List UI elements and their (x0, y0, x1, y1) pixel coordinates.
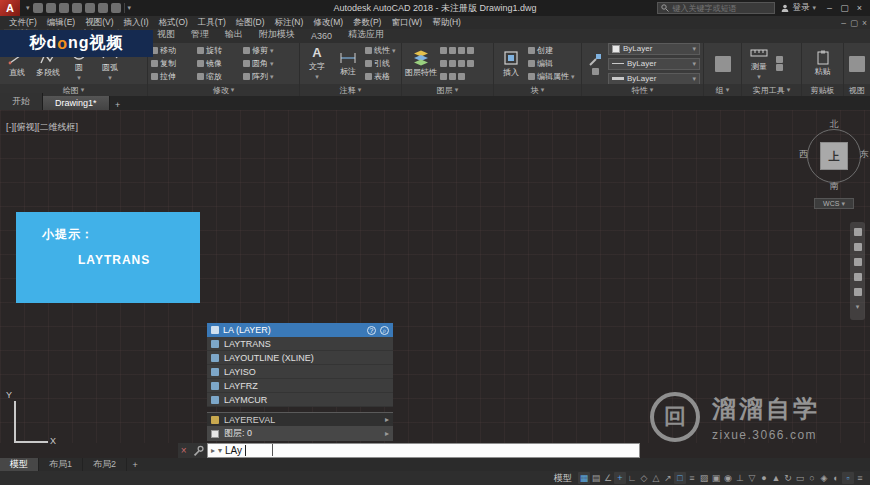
create-block-button[interactable]: 创建 (528, 45, 575, 57)
stretch-tool-button[interactable]: 拉伸 (151, 71, 197, 83)
menu-modify[interactable]: 修改(M) (308, 17, 348, 29)
search-in-help-icon[interactable]: ⌕ (380, 326, 389, 335)
ortho-mode-icon[interactable]: ∟ (626, 472, 638, 484)
menu-parametric[interactable]: 参数(P) (348, 17, 386, 29)
isometric-draft-icon[interactable]: △ (650, 472, 662, 484)
redo-icon[interactable] (111, 3, 121, 13)
view-tool-icon[interactable] (849, 56, 865, 72)
menu-dimension[interactable]: 标注(N) (270, 17, 309, 29)
chevron-down-icon[interactable]: ▾ (26, 4, 30, 12)
layer-tool-icon[interactable] (440, 73, 447, 80)
panel-label-utilities[interactable]: 实用工具 ▾ (742, 84, 801, 96)
layer-tool-icon[interactable] (458, 47, 465, 54)
signin-button[interactable]: 登录 ▾ (781, 2, 816, 14)
panel-label-groups[interactable]: 组 ▾ (704, 84, 741, 96)
annotation-visibility-icon[interactable]: ▲ (770, 472, 782, 484)
help-icon[interactable]: ? (367, 326, 376, 335)
viewcube-west-label[interactable]: 西 (799, 148, 808, 161)
gizmo-icon[interactable]: ● (758, 472, 770, 484)
tab-layout1[interactable]: 布局1 (39, 458, 83, 471)
layer-tool-icon[interactable] (449, 73, 456, 80)
tab-start[interactable]: 开始 (0, 93, 43, 110)
array-tool-button[interactable]: 阵列▾ (243, 71, 289, 83)
panel-label-view[interactable]: 视图 (844, 84, 870, 96)
transparency-icon[interactable]: ▨ (698, 472, 710, 484)
snap-mode-icon[interactable]: ▤ (590, 472, 602, 484)
undo-icon[interactable] (98, 3, 108, 13)
layer-tool-icon[interactable] (458, 60, 465, 67)
autocomplete-item[interactable]: LAYISO (207, 365, 393, 379)
autocomplete-item[interactable]: LAYFRZ (207, 379, 393, 393)
autocomplete-item[interactable]: LAYOUTLINE (XLINE) (207, 351, 393, 365)
panel-label-clipboard[interactable]: 剪贴板 (802, 84, 843, 96)
grid-display-icon[interactable]: ▦ (578, 472, 590, 484)
viewcube-top-face[interactable]: 上 (820, 142, 848, 170)
tab-layout2[interactable]: 布局2 (83, 458, 127, 471)
selection-cycling-icon[interactable]: ▣ (710, 472, 722, 484)
layer-properties-button[interactable]: 图层特性 (405, 50, 437, 78)
scale-tool-button[interactable]: 缩放 (197, 71, 243, 83)
viewcube-east-label[interactable]: 东 (860, 148, 869, 161)
menu-format[interactable]: 格式(O) (154, 17, 193, 29)
mirror-tool-button[interactable]: 镜像 (197, 58, 243, 70)
quick-select-icon[interactable] (776, 56, 783, 63)
search-input[interactable] (672, 4, 771, 13)
wcs-dropdown[interactable]: WCS ▾ (814, 198, 854, 209)
doc-restore-button[interactable]: ▢ (850, 18, 858, 28)
polar-tracking-icon[interactable]: ◇ (638, 472, 650, 484)
tab-a360[interactable]: A360 (303, 29, 340, 43)
autocomplete-selected-row[interactable]: LA (LAYER) ? ⌕ (207, 323, 393, 337)
paste-button[interactable]: 粘贴 (809, 50, 837, 77)
leader-button[interactable]: 引线 (365, 58, 396, 70)
panel-label-modify[interactable]: 修改 ▾ (148, 84, 299, 96)
menu-insert[interactable]: 插入(I) (119, 17, 154, 29)
customize-icon[interactable]: ≡ (854, 472, 866, 484)
chevron-down-icon[interactable]: ▾ (128, 4, 132, 12)
text-tool-button[interactable]: A 文字 ▾ (303, 46, 331, 81)
object-color-dropdown[interactable]: ByLayer ▾ (608, 43, 700, 55)
trim-tool-button[interactable]: 修剪▾ (243, 45, 289, 57)
minimize-button[interactable]: – (822, 2, 837, 15)
layer-tool-icon[interactable] (449, 60, 456, 67)
expand-icon[interactable]: ▸ (385, 429, 389, 438)
plot-icon[interactable] (85, 3, 95, 13)
autoscale-icon[interactable]: ↻ (782, 472, 794, 484)
edit-block-button[interactable]: 编辑 (528, 58, 575, 70)
properties-tool-icon[interactable] (592, 68, 599, 75)
orbit-icon[interactable] (854, 273, 862, 281)
match-properties-icon[interactable] (588, 53, 602, 67)
panel-label-annotate[interactable]: 注释 ▾ (300, 84, 401, 96)
menu-view[interactable]: 视图(V) (80, 17, 118, 29)
layer-tool-icon[interactable] (467, 47, 474, 54)
menu-draw[interactable]: 绘图(D) (231, 17, 270, 29)
zoom-icon[interactable] (854, 258, 862, 266)
new-layout-button[interactable]: + (127, 458, 143, 471)
close-command-icon[interactable]: × (181, 445, 187, 456)
expand-icon[interactable]: ▸ (385, 415, 389, 424)
viewcube-south-label[interactable]: 南 (798, 180, 870, 193)
menu-tools[interactable]: 工具(T) (193, 17, 231, 29)
new-drawing-tab-button[interactable]: + (110, 100, 126, 110)
wrench-icon[interactable] (192, 445, 204, 457)
menu-edit[interactable]: 编辑(E) (42, 17, 80, 29)
copy-tool-button[interactable]: 复制 (151, 58, 197, 70)
measure-tool-button[interactable]: 测量 ▾ (745, 46, 773, 81)
annotation-monitor-icon[interactable]: ◈ (818, 472, 830, 484)
object-snap-3d-icon[interactable]: ◉ (722, 472, 734, 484)
dynamic-input-icon[interactable]: + (614, 472, 626, 484)
maximize-button[interactable]: ▢ (837, 2, 852, 15)
panel-label-block[interactable]: 块 ▾ (494, 84, 581, 96)
new-file-icon[interactable] (33, 3, 43, 13)
autocomplete-item[interactable]: LAYTRANS (207, 337, 393, 351)
dynamic-ucs-icon[interactable]: ⊥ (734, 472, 746, 484)
group-tool-icon[interactable] (715, 56, 731, 72)
doc-close-button[interactable]: × (862, 18, 867, 28)
infer-constraints-icon[interactable]: ∠ (602, 472, 614, 484)
object-snap-tracking-icon[interactable]: ↗ (662, 472, 674, 484)
object-snap-icon[interactable]: □ (674, 472, 686, 484)
fillet-tool-button[interactable]: 圆角▾ (243, 58, 289, 70)
model-space-toggle[interactable]: 模型 (548, 472, 578, 485)
autocomplete-sysvar-row[interactable]: LAYEREVAL ▸ (207, 412, 393, 426)
insert-block-button[interactable]: 插入 (497, 50, 525, 78)
layer-tool-icon[interactable] (449, 47, 456, 54)
